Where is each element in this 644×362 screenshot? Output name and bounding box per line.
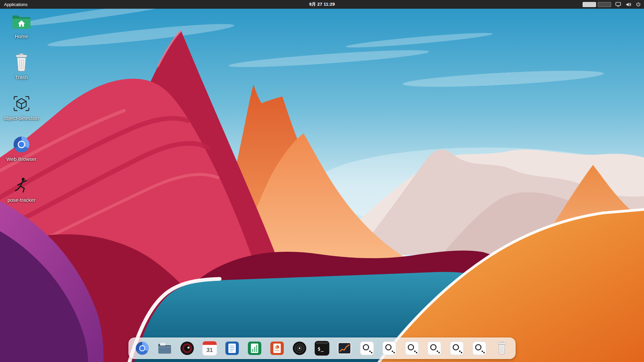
dock-item-disc-player[interactable] — [292, 341, 307, 356]
terminal-prompt: $_ — [318, 346, 324, 352]
workspace-1[interactable] — [583, 2, 596, 7]
workspace-2[interactable] — [598, 2, 611, 7]
dock-item-trash[interactable] — [494, 341, 509, 356]
applications-menu-button[interactable]: Applications — [0, 0, 32, 9]
top-panel: Applications 9月 27 11:29 — [0, 0, 644, 9]
dock-item-terminal[interactable]: $_ — [315, 341, 329, 356]
dock: 31 — [128, 338, 516, 359]
panel-tray — [583, 0, 644, 9]
dock-item-system-monitor[interactable] — [337, 341, 352, 356]
dock-item-webapp-3[interactable] — [405, 341, 419, 356]
home-folder-icon — [12, 11, 31, 32]
dock-item-libreoffice-calc[interactable] — [247, 341, 262, 356]
dock-item-calendar[interactable]: 31 — [202, 341, 217, 356]
desktop-icon-label: Home — [15, 34, 28, 39]
dock-item-libreoffice-impress[interactable] — [270, 341, 284, 356]
desktop-icon-label: Web Browser — [6, 156, 37, 162]
dock-item-file-manager[interactable] — [157, 341, 172, 356]
desktop-icon-label: Trash — [15, 74, 28, 80]
dock-item-media-player[interactable] — [180, 341, 195, 356]
dock-item-webapp-5[interactable] — [449, 341, 464, 356]
dock-item-webapp-2[interactable] — [382, 341, 397, 356]
calendar-icon: 31 — [202, 341, 217, 356]
desktop-icon-label: object-detection — [4, 115, 39, 121]
desktop-icon-object-detection[interactable]: object-detection — [1, 93, 42, 121]
power-icon[interactable] — [635, 1, 641, 7]
desktop-icon-web-browser[interactable]: Web Browser — [1, 134, 42, 162]
object-detection-icon — [12, 93, 31, 114]
workspace-switcher[interactable] — [583, 2, 611, 7]
desktop-icon-label: pose-tracker — [7, 197, 35, 203]
dock-item-webapp-1[interactable] — [360, 341, 374, 356]
calendar-day: 31 — [203, 345, 217, 355]
panel-clock[interactable]: 9月 27 11:29 — [309, 1, 335, 7]
terminal-icon: $_ — [315, 341, 329, 356]
chromium-icon — [12, 134, 31, 155]
desktop-icon-trash[interactable]: Trash — [1, 52, 42, 80]
dock-item-webapp-4[interactable] — [427, 341, 442, 356]
dock-item-webapp-6[interactable] — [472, 341, 487, 356]
dock-item-libreoffice-writer[interactable] — [225, 341, 239, 356]
wallpaper — [0, 0, 644, 362]
pose-tracker-icon — [12, 175, 31, 196]
desktop-icon-pose-tracker[interactable]: pose-tracker — [1, 175, 42, 203]
terminal-titlebar — [316, 342, 328, 344]
applications-menu-label: Applications — [4, 2, 28, 7]
display-icon[interactable] — [615, 1, 621, 7]
desktop-icon-home[interactable]: Home — [1, 11, 42, 39]
trash-icon — [13, 52, 30, 73]
volume-icon[interactable] — [625, 1, 631, 7]
dock-item-chromium[interactable] — [135, 341, 150, 356]
calendar-header — [203, 341, 217, 345]
